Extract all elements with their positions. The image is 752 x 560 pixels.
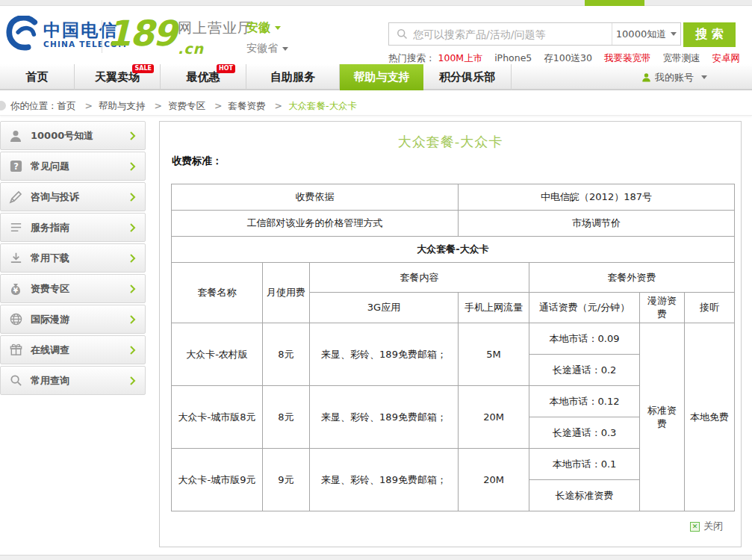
breadcrumb: 你的位置：首页 >帮助与支持 >资费专区 >套餐资费 >大众套餐-大众卡 xyxy=(0,96,752,116)
plan-monthly-cell: 8元 xyxy=(263,386,310,449)
plan-apps-cell: 来显、彩铃、189免费邮箱； xyxy=(310,449,459,511)
breadcrumb-link-help[interactable]: 帮助与支持 xyxy=(99,100,146,111)
hot-link[interactable]: 宽带测速 xyxy=(663,52,700,63)
top-green-tab xyxy=(585,0,644,6)
plan-apps-cell: 来显、彩铃、189免费邮箱； xyxy=(310,323,459,386)
sidebar-item-10000-knows[interactable]: 10000号知道 xyxy=(0,121,146,150)
search-box: 10000知道 xyxy=(388,22,681,46)
chevron-right-icon xyxy=(130,376,136,385)
person-icon xyxy=(7,128,25,144)
breadcrumb-current: 大众套餐-大众卡 xyxy=(288,100,357,111)
plan-name-cell: 大众卡-农村版 xyxy=(172,323,263,386)
money-icon: ¥ xyxy=(7,281,25,297)
breadcrumb-link-tariff-zone[interactable]: 资费专区 xyxy=(168,100,205,111)
main-nav: 首页 天翼卖场 SALE 最优惠 HOT 自助服务 帮助与支持 积分俱乐部 我的… xyxy=(0,64,752,90)
site-name: 网上营业厅 xyxy=(178,19,252,38)
sidebar-item-common-queries[interactable]: 常用查询 xyxy=(0,366,146,395)
meta-label-cell: 工信部对该业务的价格管理方式 xyxy=(172,211,459,237)
sidebar-item-faq[interactable]: ? 常见问题 xyxy=(0,152,146,181)
nav-label: 最优惠 xyxy=(187,70,220,84)
table-row: 工信部对该业务的价格管理方式 市场调节价 xyxy=(172,211,735,237)
logo-divider xyxy=(102,20,102,53)
page: 中国电信 CHINA TELECOM 189 网上营业厅 .cn 安徽 安徽省 xyxy=(0,0,752,560)
hot-search-label: 热门搜索： xyxy=(388,52,435,63)
roaming-value-cell: 标准资费 xyxy=(640,323,685,511)
hot-link[interactable]: 安卓网 xyxy=(712,52,740,63)
fee-standard-label: 收费标准： xyxy=(172,155,223,168)
nav-item-home[interactable]: 首页 xyxy=(0,64,75,90)
plan-data-cell: 5M xyxy=(459,323,529,386)
search-icon xyxy=(396,28,408,40)
hot-link[interactable]: 存100送30 xyxy=(544,52,592,63)
plan-monthly-cell: 9元 xyxy=(263,449,310,511)
group-title-cell: 大众套餐-大众卡 xyxy=(172,237,735,263)
my-account-menu[interactable]: 我的账号 xyxy=(641,64,707,90)
plan-call-long-cell: 长途通话：0.2 xyxy=(529,355,640,386)
region-name: 安徽 xyxy=(246,20,270,36)
plan-monthly-cell: 8元 xyxy=(263,323,310,386)
nav-item-tianyi-mall[interactable]: 天翼卖场 SALE xyxy=(75,64,161,90)
breadcrumb-link-package-tariff[interactable]: 套餐资费 xyxy=(228,100,265,111)
close-icon: ✕ xyxy=(690,522,700,532)
breadcrumb-separator: > xyxy=(154,100,161,111)
hot-link[interactable]: iPhone5 xyxy=(494,52,532,63)
breadcrumb-link-home[interactable]: 首页 xyxy=(58,100,76,111)
col-header-call: 通话资费（元/分钟） xyxy=(529,293,640,323)
svg-text:?: ? xyxy=(13,161,19,172)
sidebar-item-consult-complaints[interactable]: 咨询与投诉 xyxy=(0,182,146,211)
col-header-answer: 接听 xyxy=(685,293,735,323)
nav-label: 帮助与支持 xyxy=(354,70,410,84)
meta-value-cell: 市场调节价 xyxy=(459,211,735,237)
my-account-label: 我的账号 xyxy=(655,71,694,84)
nav-item-points-club[interactable]: 积分俱乐部 xyxy=(423,64,512,90)
sidebar-item-label: 咨询与投诉 xyxy=(31,190,79,204)
table-row: 大众卡-农村版 8元 来显、彩铃、189免费邮箱； 5M 本地市话：0.09 标… xyxy=(172,323,735,355)
sidebar-item-label: 10000号知道 xyxy=(31,129,93,143)
region-province-select[interactable]: 安徽省 xyxy=(246,36,288,55)
sidebar-item-service-guide[interactable]: 服务指南 xyxy=(0,213,146,242)
globe-icon xyxy=(7,311,25,328)
search-scope-dropdown[interactable]: 10000知道 xyxy=(612,23,680,45)
region-selector: 安徽 安徽省 xyxy=(246,20,288,55)
hot-link[interactable]: 100M上市 xyxy=(438,52,482,63)
brand-col: 网上营业厅 .cn xyxy=(178,19,252,57)
hot-search-row: 热门搜索： 100M上市 iPhone5 存100送30 我要装宽带 宽带测速 … xyxy=(388,52,749,65)
nav-item-best-deals[interactable]: 最优惠 HOT xyxy=(161,64,246,90)
sidebar-item-label: 常用查询 xyxy=(31,374,69,388)
header: 中国电信 CHINA TELECOM 189 网上营业厅 .cn 安徽 安徽省 xyxy=(0,7,752,64)
sidebar-item-online-survey[interactable]: 在线调查 xyxy=(0,335,146,364)
sidebar-item-tariff-zone[interactable]: ¥ 资费专区 xyxy=(0,274,146,303)
chevron-right-icon xyxy=(130,162,136,171)
table-row: 收费依据 中电信皖（2012）187号 xyxy=(172,184,735,211)
sidebar-item-label: 资费专区 xyxy=(31,282,69,296)
plan-apps-cell: 来显、彩铃、189免费邮箱； xyxy=(310,386,459,449)
nav-label: 自助服务 xyxy=(270,70,315,84)
plan-data-cell: 20M xyxy=(459,449,529,511)
nav-label: 首页 xyxy=(26,70,49,84)
chevron-right-icon xyxy=(130,346,136,355)
hot-link[interactable]: 我要装宽带 xyxy=(604,52,651,63)
search-input[interactable] xyxy=(413,24,612,44)
region-current[interactable]: 安徽 xyxy=(246,20,288,36)
sidebar-item-label: 常用下载 xyxy=(31,252,69,265)
sidebar-item-downloads[interactable]: 常用下载 xyxy=(0,243,146,273)
nav-item-self-service[interactable]: 自助服务 xyxy=(246,64,340,90)
sidebar-item-intl-roaming[interactable]: 国际漫游 xyxy=(0,305,146,334)
chevron-down-icon xyxy=(701,75,707,79)
answer-value-cell: 本地免费 xyxy=(685,323,735,511)
gift-icon xyxy=(7,342,25,358)
plan-call-long-cell: 长途标准资费 xyxy=(529,480,640,511)
search-button[interactable]: 搜 索 xyxy=(683,22,736,47)
chevron-right-icon xyxy=(130,131,136,140)
brand-189: 189 xyxy=(107,13,175,54)
nav-item-help-support[interactable]: 帮助与支持 xyxy=(340,64,423,90)
close-button[interactable]: ✕ 关闭 xyxy=(690,520,723,533)
col-header-data: 手机上网流量 xyxy=(459,293,529,323)
search-icon xyxy=(7,373,25,389)
plan-call-local-cell: 本地市话：0.09 xyxy=(529,323,640,355)
sidebar-item-label: 国际漫游 xyxy=(31,313,69,326)
meta-label-cell: 收费依据 xyxy=(172,184,459,211)
col-header-monthly: 月使用费 xyxy=(263,263,310,323)
plan-call-local-cell: 本地市话：0.1 xyxy=(529,449,640,480)
top-strip xyxy=(0,0,752,6)
